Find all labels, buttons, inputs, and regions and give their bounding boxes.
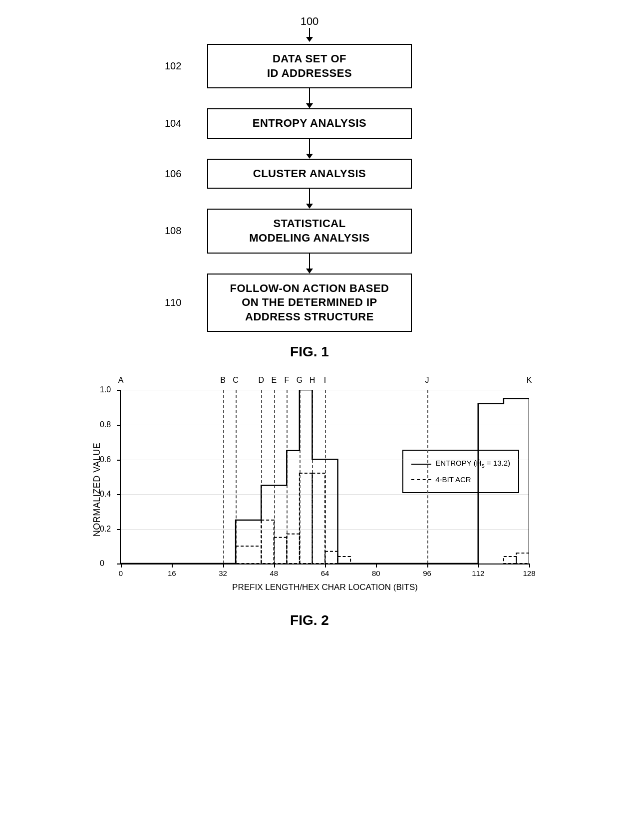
x-axis-label: PREFIX LENGTH/HEX CHAR LOCATION (BITS) <box>232 582 418 592</box>
x-tick-label: 16 <box>168 569 176 577</box>
y-tick-label: 0.8 <box>100 420 111 429</box>
node-100-label: 100 <box>301 15 319 28</box>
node-108-id: 108 <box>165 225 181 237</box>
x-tick-label: 48 <box>270 569 278 577</box>
col-letter-i: I <box>324 376 326 385</box>
flow-row-104: 104 ENTROPY ANALYSIS <box>135 108 484 139</box>
x-tick <box>325 563 326 567</box>
node-110-id: 110 <box>165 297 181 308</box>
node-106-id: 106 <box>165 168 181 180</box>
arrow-line <box>309 189 310 204</box>
y-tick <box>117 425 121 426</box>
acr-bar <box>261 520 274 563</box>
acr-bar <box>236 547 261 564</box>
flow-row-108: 108 STATISTICAL MODELING ANALYSIS <box>135 209 484 253</box>
fig2-caption: FIG. 2 <box>290 612 329 628</box>
arrow-0 <box>306 37 313 42</box>
start-node: 100 <box>301 15 319 42</box>
fig2-section: NORMALIZED VALUE ENTROPY (Ĥs = 13.2) 4-B… <box>0 370 619 628</box>
y-tick <box>117 529 121 530</box>
y-tick <box>117 390 121 391</box>
col-letter-g: G <box>297 376 303 385</box>
x-tick <box>478 563 479 567</box>
arrowhead <box>306 103 313 108</box>
col-letter-b: B <box>220 376 226 385</box>
col-letter-c: C <box>233 376 239 385</box>
y-tick <box>117 494 121 495</box>
col-letter-a: A <box>118 376 124 385</box>
arrow-line <box>309 254 310 269</box>
arrowhead <box>306 154 313 159</box>
x-tick-label: 0 <box>119 569 123 577</box>
col-letter-k: K <box>527 376 532 385</box>
x-tick <box>172 563 173 567</box>
flow-row-106: 106 CLUSTER ANALYSIS <box>135 159 484 189</box>
x-tick <box>427 563 428 567</box>
arrowhead <box>306 204 313 209</box>
node-104-box: ENTROPY ANALYSIS <box>207 108 412 139</box>
col-letter-d: D <box>258 376 264 385</box>
acr-bar <box>274 538 287 563</box>
arrowhead <box>306 269 313 274</box>
chart-inner: ENTROPY (Ĥs = 13.2) 4-BIT ACR PREFIX LEN… <box>120 390 529 564</box>
x-tick <box>223 563 224 567</box>
col-letter-f: F <box>284 376 289 385</box>
flow-row-102: 102 DATA SET OF ID ADDRESSES <box>135 44 484 88</box>
node-110-box: FOLLOW-ON ACTION BASED ON THE DETERMINED… <box>207 274 412 332</box>
col-letter-e: E <box>271 376 277 385</box>
x-tick <box>376 563 377 567</box>
flow-row-110: 110 FOLLOW-ON ACTION BASED ON THE DETERM… <box>135 274 484 332</box>
y-tick-label: 0.2 <box>100 525 111 534</box>
acr-bar <box>312 473 325 563</box>
y-tick-label: 0.4 <box>100 490 111 499</box>
arrowhead <box>306 37 313 42</box>
acr-bar <box>338 557 351 563</box>
x-tick-label: 128 <box>523 569 535 577</box>
x-tick-label: 32 <box>219 569 227 577</box>
arrow-2 <box>306 139 313 159</box>
arrow-3 <box>306 189 313 209</box>
x-tick <box>529 563 530 567</box>
y-tick-label: 0.6 <box>100 455 111 464</box>
x-tick <box>121 563 122 567</box>
x-tick-label: 64 <box>321 569 329 577</box>
node-106-box: CLUSTER ANALYSIS <box>207 159 412 189</box>
fig1-caption: FIG. 1 <box>290 344 329 360</box>
y-tick <box>117 563 121 564</box>
acr-bar <box>516 553 529 563</box>
arrow-line <box>309 139 310 154</box>
fig1-section: 100 102 DATA SET OF ID ADDRESSES 104 ENT… <box>0 0 619 370</box>
acr-bar <box>300 473 312 563</box>
x-tick <box>274 563 275 567</box>
x-tick-label: 80 <box>372 569 380 577</box>
arrow-1 <box>306 88 313 108</box>
col-letter-h: H <box>310 376 315 385</box>
node-104-id: 104 <box>165 118 181 129</box>
y-tick-label: 0 <box>100 559 104 568</box>
x-tick-label: 112 <box>472 569 484 577</box>
node-108-box: STATISTICAL MODELING ANALYSIS <box>207 209 412 253</box>
arrow-line <box>309 88 310 103</box>
node-102-box: DATA SET OF ID ADDRESSES <box>207 44 412 88</box>
col-letter-j: J <box>425 376 429 385</box>
node-102-id: 102 <box>165 60 181 72</box>
acr-bar <box>325 552 338 563</box>
y-tick <box>117 460 121 461</box>
top-connector <box>309 28 310 37</box>
chart-svg <box>121 390 529 563</box>
arrow-4 <box>306 254 313 274</box>
acr-bar <box>504 557 517 563</box>
chart-area: NORMALIZED VALUE ENTROPY (Ĥs = 13.2) 4-B… <box>85 385 534 594</box>
x-tick-label: 96 <box>423 569 431 577</box>
y-tick-label: 1.0 <box>100 385 111 394</box>
acr-bar <box>287 534 300 563</box>
